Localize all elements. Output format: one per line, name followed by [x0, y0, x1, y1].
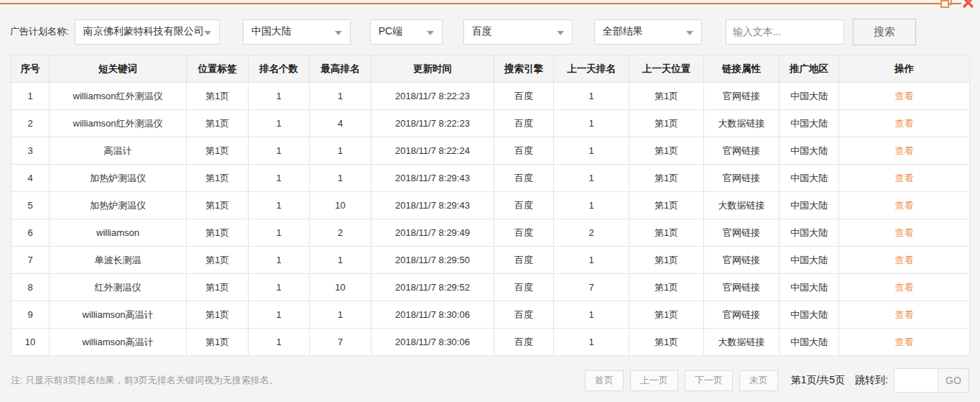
view-link[interactable]: 查看: [895, 255, 914, 265]
column-header-search-engine: 搜索引擎: [494, 55, 554, 83]
cell-index: 6: [11, 219, 50, 247]
cell-action: 查看: [839, 247, 970, 274]
cell-best-rank: 2: [310, 219, 371, 247]
view-link[interactable]: 查看: [895, 200, 914, 211]
cell-rank-count: 1: [249, 247, 310, 274]
cell-best-rank: 1: [310, 247, 371, 274]
cell-keyword: williamson: [50, 219, 187, 247]
cell-position-tag: 第1页: [187, 274, 249, 301]
close-window-icon[interactable]: [962, 0, 974, 12]
cell-action: 查看: [839, 83, 970, 110]
plan-name-label: 广告计划名称:: [10, 25, 69, 38]
region-select-value: 中国大陆: [251, 25, 292, 38]
view-link[interactable]: 查看: [895, 337, 914, 347]
cell-prev-day-rank: 1: [554, 329, 629, 356]
cell-prev-day-position: 第1页: [629, 137, 704, 165]
column-header-index: 序号: [11, 55, 50, 83]
next-page-button[interactable]: 下一页: [685, 370, 733, 391]
cell-promo-region: 中国大陆: [780, 110, 839, 137]
cell-keyword: williamson红外测温仪: [50, 110, 187, 137]
cell-promo-region: 中国大陆: [780, 137, 839, 165]
table-header-row: 序号短关键词位置标签排名个数最高排名更新时间搜索引擎上一天排名上一天位置链接属性…: [11, 55, 970, 83]
cell-prev-day-position: 第1页: [629, 192, 704, 219]
cell-index: 1: [11, 83, 50, 110]
table-row: 5加热炉测温仪第1页1102018/11/7 8:29:43百度1第1页大数据链…: [11, 192, 970, 219]
view-link[interactable]: 查看: [895, 173, 914, 183]
cell-link-type: 官网链接: [704, 165, 780, 192]
cell-rank-count: 1: [249, 301, 310, 329]
cell-keyword: williamson高温计: [50, 301, 187, 329]
view-link[interactable]: 查看: [895, 227, 914, 238]
table-row: 2williamson红外测温仪第1页142018/11/7 8:22:23百度…: [11, 110, 970, 137]
view-link[interactable]: 查看: [895, 145, 914, 156]
cell-link-type: 大数据链接: [704, 329, 780, 356]
view-link[interactable]: 查看: [895, 91, 914, 101]
cell-link-type: 官网链接: [704, 83, 780, 110]
cell-index: 2: [11, 110, 50, 137]
cell-prev-day-rank: 7: [554, 274, 629, 301]
cell-index: 5: [11, 192, 50, 219]
cell-update-time: 2018/11/7 8:30:06: [371, 329, 494, 356]
cell-update-time: 2018/11/7 8:29:43: [371, 165, 494, 192]
cell-keyword: 加热炉测温仪: [50, 165, 187, 192]
device-select[interactable]: PC端: [370, 19, 443, 45]
jump-page-input[interactable]: [894, 368, 938, 393]
column-header-action: 操作: [839, 55, 970, 83]
cell-position-tag: 第1页: [187, 110, 249, 137]
cell-index: 4: [11, 165, 50, 192]
cell-best-rank: 1: [310, 165, 371, 192]
cell-update-time: 2018/11/7 8:22:23: [371, 110, 494, 137]
go-button[interactable]: GO: [938, 368, 969, 393]
view-link[interactable]: 查看: [895, 282, 914, 293]
cell-prev-day-position: 第1页: [629, 83, 704, 110]
cell-search-engine: 百度: [494, 274, 554, 301]
cell-search-engine: 百度: [494, 110, 554, 137]
first-page-button[interactable]: 首页: [585, 370, 624, 391]
cell-index: 7: [11, 247, 50, 274]
cell-keyword: 单波长测温: [50, 247, 187, 274]
prev-page-button[interactable]: 上一页: [630, 370, 678, 391]
plan-name-select[interactable]: 南京佛利蒙特科技有限公司: [75, 19, 220, 45]
cell-rank-count: 1: [249, 110, 310, 137]
cell-rank-count: 1: [249, 83, 310, 110]
cell-prev-day-rank: 2: [554, 219, 629, 247]
search-engine-select[interactable]: 百度: [463, 19, 573, 45]
result-filter-select[interactable]: 全部结果: [594, 19, 702, 45]
chevron-down-icon: [335, 31, 342, 35]
region-select[interactable]: 中国大陆: [243, 19, 351, 45]
cell-rank-count: 1: [249, 192, 310, 219]
cell-link-type: 官网链接: [704, 247, 780, 274]
view-link[interactable]: 查看: [895, 118, 914, 129]
cell-promo-region: 中国大陆: [780, 192, 839, 219]
cell-keyword: 红外测温仪: [50, 274, 187, 301]
cell-rank-count: 1: [249, 274, 310, 301]
table-row: 9williamson高温计第1页112018/11/7 8:30:06百度1第…: [11, 301, 970, 329]
cell-best-rank: 10: [310, 192, 371, 219]
cell-search-engine: 百度: [494, 165, 554, 192]
cell-promo-region: 中国大陆: [780, 247, 839, 274]
cell-search-engine: 百度: [494, 247, 554, 274]
cell-prev-day-rank: 1: [554, 192, 629, 219]
window-top-accent-border: [0, 3, 961, 4]
restore-window-icon[interactable]: [940, 0, 953, 11]
cell-position-tag: 第1页: [187, 301, 249, 329]
cell-prev-day-rank: 1: [554, 301, 629, 329]
cell-best-rank: 7: [310, 329, 371, 356]
cell-promo-region: 中国大陆: [780, 329, 839, 356]
cell-position-tag: 第1页: [187, 329, 249, 356]
cell-update-time: 2018/11/7 8:29:52: [371, 274, 494, 301]
cell-position-tag: 第1页: [187, 83, 249, 110]
view-link[interactable]: 查看: [895, 309, 914, 320]
cell-link-type: 大数据链接: [704, 192, 780, 219]
search-button[interactable]: 搜索: [853, 19, 916, 45]
cell-promo-region: 中国大陆: [780, 165, 839, 192]
cell-action: 查看: [839, 329, 970, 356]
cell-promo-region: 中国大陆: [780, 301, 839, 329]
search-input[interactable]: [726, 19, 844, 45]
cell-search-engine: 百度: [494, 301, 554, 329]
last-page-button[interactable]: 末页: [739, 370, 778, 391]
cell-best-rank: 1: [310, 301, 371, 329]
cell-rank-count: 1: [249, 219, 310, 247]
cell-prev-day-rank: 1: [554, 247, 629, 274]
page-info: 第1页/共5页: [791, 374, 845, 387]
